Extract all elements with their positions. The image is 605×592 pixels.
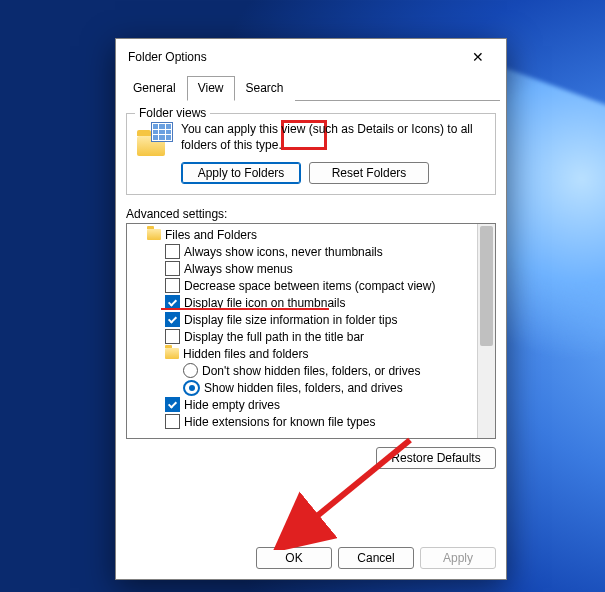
advanced-settings-label: Advanced settings: <box>126 207 496 221</box>
tree-item[interactable]: Decrease space between items (compact vi… <box>131 277 477 294</box>
folder-views-group: Folder views You can apply this view (su… <box>126 113 496 195</box>
tree-item[interactable]: Hide extensions for known file types <box>131 413 477 430</box>
tree-label: Files and Folders <box>165 228 257 242</box>
titlebar: Folder Options ✕ <box>116 39 506 73</box>
checkbox-icon[interactable] <box>165 261 180 276</box>
tree-item[interactable]: Don't show hidden files, folders, or dri… <box>131 362 477 379</box>
tree-label: Show hidden files, folders, and drives <box>204 381 403 395</box>
checkbox-icon[interactable] <box>165 244 180 259</box>
tab-content: Folder views You can apply this view (su… <box>116 101 506 539</box>
tree-label: Display file size information in folder … <box>184 313 397 327</box>
tree-root: Files and Folders <box>131 226 477 243</box>
tree-label: Hide empty drives <box>184 398 280 412</box>
tree-item[interactable]: Hide empty drives <box>131 396 477 413</box>
tree-item[interactable]: Display file size information in folder … <box>131 311 477 328</box>
ok-button[interactable]: OK <box>256 547 332 569</box>
tab-label: General <box>133 81 176 95</box>
tree-label: Always show menus <box>184 262 293 276</box>
checkbox-icon[interactable] <box>165 414 180 429</box>
folder-options-dialog: Folder Options ✕ General View Search Fol… <box>115 38 507 580</box>
close-icon: ✕ <box>472 49 484 65</box>
restore-defaults-button[interactable]: Restore Defaults <box>376 447 496 469</box>
tree-label: Display file icon on thumbnails <box>184 296 345 310</box>
tab-label: View <box>198 81 224 95</box>
radio-icon[interactable] <box>183 380 200 396</box>
tree-label: Hide extensions for known file types <box>184 415 375 429</box>
reset-folders-button[interactable]: Reset Folders <box>309 162 429 184</box>
checkbox-icon[interactable] <box>165 397 180 412</box>
button-label: Restore Defaults <box>391 451 480 465</box>
tab-general[interactable]: General <box>122 76 187 101</box>
button-label: Apply to Folders <box>198 166 285 180</box>
button-label: OK <box>285 551 302 565</box>
folder-views-description: You can apply this view (such as Details… <box>181 122 485 156</box>
tree-item[interactable]: Display file icon on thumbnails <box>131 294 477 311</box>
tree-item[interactable]: Hidden files and folders <box>131 345 477 362</box>
folder-icon <box>147 229 161 240</box>
folder-views-icon <box>137 124 173 156</box>
window-title: Folder Options <box>128 50 207 64</box>
tree-label: Decrease space between items (compact vi… <box>184 279 435 293</box>
tree-label: Always show icons, never thumbnails <box>184 245 383 259</box>
tree-item[interactable]: Always show icons, never thumbnails <box>131 243 477 260</box>
folder-icon <box>165 348 179 359</box>
tree-label: Hidden files and folders <box>183 347 308 361</box>
tree-item[interactable]: Show hidden files, folders, and drives <box>131 379 477 396</box>
group-title: Folder views <box>135 106 210 120</box>
scrollbar-thumb[interactable] <box>480 226 493 346</box>
advanced-settings-tree: Files and Folders Always show icons, nev… <box>126 223 496 439</box>
radio-icon[interactable] <box>183 363 198 378</box>
tree-item[interactable]: Display the full path in the title bar <box>131 328 477 345</box>
scrollbar[interactable] <box>477 224 495 438</box>
close-button[interactable]: ✕ <box>458 45 498 69</box>
dialog-footer: OK Cancel Apply <box>116 539 506 579</box>
cancel-button[interactable]: Cancel <box>338 547 414 569</box>
tree-label: Don't show hidden files, folders, or dri… <box>202 364 420 378</box>
tab-strip: General View Search <box>122 75 500 101</box>
tab-label: Search <box>246 81 284 95</box>
button-label: Reset Folders <box>332 166 407 180</box>
tab-search[interactable]: Search <box>235 76 295 101</box>
button-label: Apply <box>443 551 473 565</box>
checkbox-icon[interactable] <box>165 295 180 310</box>
checkbox-icon[interactable] <box>165 329 180 344</box>
apply-button[interactable]: Apply <box>420 547 496 569</box>
button-label: Cancel <box>357 551 394 565</box>
tree-item[interactable]: Always show menus <box>131 260 477 277</box>
tab-view[interactable]: View <box>187 76 235 101</box>
tree-label: Display the full path in the title bar <box>184 330 364 344</box>
checkbox-icon[interactable] <box>165 312 180 327</box>
apply-to-folders-button[interactable]: Apply to Folders <box>181 162 301 184</box>
checkbox-icon[interactable] <box>165 278 180 293</box>
